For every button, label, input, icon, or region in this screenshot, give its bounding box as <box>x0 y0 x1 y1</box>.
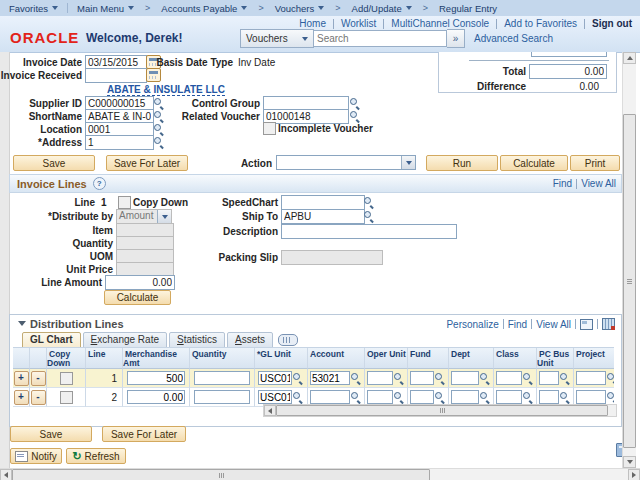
dept-input[interactable] <box>451 371 479 385</box>
multichannel-console-link[interactable]: MultiChannel Console <box>391 18 489 29</box>
gl-unit-input[interactable] <box>258 371 292 385</box>
advanced-search-link[interactable]: Advanced Search <box>474 33 553 44</box>
scroll-right-button[interactable] <box>628 469 640 480</box>
lookup-icon[interactable] <box>434 391 446 403</box>
ship-to-input[interactable] <box>281 209 365 224</box>
tab-statistics[interactable]: Statistics <box>169 332 225 348</box>
fund-input[interactable] <box>410 371 434 385</box>
lookup-icon[interactable] <box>479 372 491 384</box>
pc-bus-unit-input[interactable] <box>539 390 559 404</box>
search-input[interactable] <box>314 30 447 47</box>
scroll-down-button[interactable] <box>623 456 636 468</box>
invoice-lines-view-all-link[interactable]: View All <box>581 178 616 189</box>
worklist-link[interactable]: Worklist <box>341 18 376 29</box>
invoice-received-input[interactable] <box>85 68 147 83</box>
copy-down-checkbox[interactable] <box>60 372 73 385</box>
speedchart-input[interactable] <box>281 195 365 210</box>
scroll-left-button[interactable] <box>264 405 276 416</box>
download-grid-icon[interactable] <box>602 318 615 330</box>
description-input[interactable] <box>281 224 457 239</box>
lookup-icon[interactable] <box>393 372 405 384</box>
popup-window-icon[interactable] <box>580 319 593 330</box>
sign-out-link[interactable]: Sign out <box>592 18 632 29</box>
breadcrumb-vouchers[interactable]: Vouchers <box>266 3 334 14</box>
quantity-input[interactable] <box>194 371 250 385</box>
calendar-icon[interactable] <box>146 68 161 82</box>
invoice-lines-find-link[interactable]: Find <box>553 178 572 189</box>
gl-unit-input[interactable] <box>258 390 292 404</box>
delete-row-button[interactable]: - <box>31 390 46 405</box>
run-button[interactable]: Run <box>426 155 498 171</box>
personalize-link[interactable]: Personalize <box>446 319 498 330</box>
lookup-icon[interactable] <box>292 391 304 403</box>
save-button[interactable]: Save <box>13 155 95 171</box>
oper-unit-input[interactable] <box>367 390 393 404</box>
grid-horizontal-scrollbar[interactable] <box>263 404 617 417</box>
project-input[interactable] <box>576 390 606 404</box>
scroll-left-button[interactable] <box>0 469 12 480</box>
incomplete-voucher-checkbox[interactable] <box>263 122 276 135</box>
add-row-button[interactable]: + <box>14 371 29 386</box>
lookup-icon[interactable] <box>363 210 375 222</box>
lookup-icon[interactable] <box>393 391 405 403</box>
scroll-up-button[interactable] <box>623 52 636 64</box>
scrollbar-thumb[interactable] <box>276 405 608 416</box>
lookup-icon[interactable] <box>153 136 165 148</box>
lookup-icon[interactable] <box>559 391 571 403</box>
supplier-name-link[interactable]: ABATE & INSULATE LLC <box>107 84 225 96</box>
class-input[interactable] <box>496 371 522 385</box>
add-to-favorites-link[interactable]: Add to Favorites <box>504 18 577 29</box>
calculate-button[interactable]: Calculate <box>500 155 568 171</box>
action-select[interactable] <box>276 155 416 170</box>
search-go-button[interactable]: » <box>447 29 465 48</box>
save-for-later-button-bottom[interactable]: Save For Later <box>102 426 186 442</box>
lookup-icon[interactable] <box>349 97 361 109</box>
save-button-bottom[interactable]: Save <box>10 426 92 442</box>
show-all-tabs-icon[interactable] <box>278 334 298 346</box>
dropdown-button[interactable] <box>401 156 415 169</box>
lookup-icon[interactable] <box>606 391 614 403</box>
lookup-icon[interactable] <box>292 372 304 384</box>
page-horizontal-scrollbar[interactable] <box>0 468 640 480</box>
lookup-icon[interactable] <box>350 391 362 403</box>
lookup-icon[interactable] <box>363 196 375 208</box>
account-input[interactable] <box>310 371 350 385</box>
merchandise-amt-input[interactable] <box>127 371 185 385</box>
tab-assets[interactable]: Assets <box>227 332 273 348</box>
account-input[interactable] <box>310 390 350 404</box>
lookup-icon[interactable] <box>606 372 614 384</box>
quantity-input[interactable] <box>194 390 250 404</box>
scrollbar-thumb[interactable] <box>623 114 636 448</box>
fund-input[interactable] <box>410 390 434 404</box>
distribution-view-all-link[interactable]: View All <box>536 319 571 330</box>
pc-bus-unit-input[interactable] <box>539 371 559 385</box>
lookup-icon[interactable] <box>434 372 446 384</box>
dept-input[interactable] <box>451 390 479 404</box>
breadcrumb-main-menu[interactable]: Main Menu <box>68 3 143 14</box>
calculate-line-button[interactable]: Calculate <box>104 290 171 305</box>
class-input[interactable] <box>496 390 522 404</box>
lookup-icon[interactable] <box>153 123 165 135</box>
total-input[interactable] <box>529 64 607 79</box>
breadcrumb-add-update[interactable]: Add/Update <box>343 3 421 14</box>
add-row-button[interactable]: + <box>14 390 29 405</box>
notify-button[interactable]: Notify <box>10 448 62 464</box>
delete-row-button[interactable]: - <box>31 371 46 386</box>
copy-down-checkbox[interactable] <box>60 391 73 404</box>
lookup-icon[interactable] <box>349 110 361 122</box>
address-input[interactable] <box>85 135 154 150</box>
print-button[interactable]: Print <box>570 155 620 171</box>
lookup-icon[interactable] <box>479 391 491 403</box>
lookup-icon[interactable] <box>522 372 534 384</box>
lookup-icon[interactable] <box>559 372 571 384</box>
copy-down-checkbox[interactable] <box>118 196 131 209</box>
save-for-later-button[interactable]: Save For Later <box>106 155 188 171</box>
distribution-find-link[interactable]: Find <box>508 319 527 330</box>
refresh-button[interactable]: ↻ Refresh <box>66 448 126 464</box>
lookup-icon[interactable] <box>350 372 362 384</box>
breadcrumb-accounts-payable[interactable]: Accounts Payable <box>152 3 256 14</box>
tab-gl-chart[interactable]: GL Chart <box>22 332 81 348</box>
vertical-scrollbar[interactable] <box>622 52 636 468</box>
scrollbar-thumb[interactable] <box>12 469 430 480</box>
oper-unit-input[interactable] <box>367 371 393 385</box>
